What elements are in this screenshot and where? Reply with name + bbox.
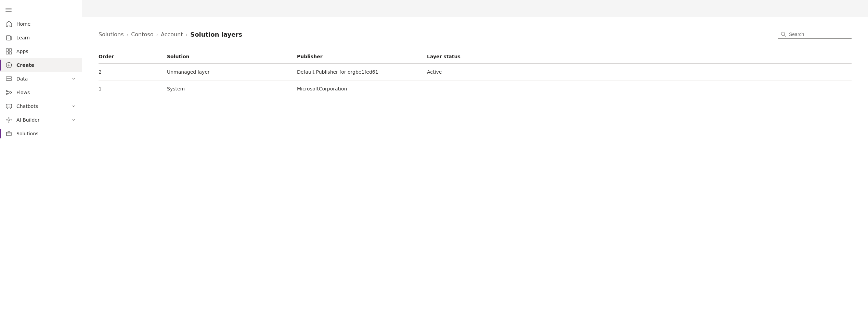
col-publisher: Publisher: [297, 50, 427, 64]
svg-rect-7: [9, 49, 12, 51]
sidebar-item-apps-label: Apps: [16, 49, 28, 54]
svg-point-23: [9, 117, 9, 118]
sidebar-item-learn-label: Learn: [16, 35, 30, 40]
sidebar-item-chatbots[interactable]: Chatbots: [0, 99, 82, 113]
sidebar-item-data-label: Data: [16, 76, 28, 82]
breadcrumb-contoso[interactable]: Contoso: [131, 31, 153, 38]
hamburger-menu[interactable]: [0, 3, 82, 16]
svg-rect-14: [6, 79, 12, 80]
svg-rect-13: [6, 77, 12, 78]
sidebar-item-home-label: Home: [16, 21, 30, 27]
svg-rect-9: [9, 52, 12, 54]
create-icon: [5, 62, 12, 69]
sidebar-item-ai-builder-label: AI Builder: [16, 117, 40, 123]
cell-solution: Unmanaged layer: [167, 64, 297, 81]
breadcrumb-solutions[interactable]: Solutions: [99, 31, 124, 38]
svg-point-20: [8, 106, 8, 107]
search-box[interactable]: [778, 30, 852, 39]
cell-solution: System: [167, 81, 297, 97]
cell-publisher: Default Publisher for orgbe1fed61: [297, 64, 427, 81]
cell-layer-status: Active: [427, 64, 852, 81]
cell-order: 2: [99, 64, 167, 81]
flows-icon: [5, 89, 12, 96]
svg-point-24: [9, 122, 9, 123]
svg-point-33: [781, 32, 785, 36]
sidebar-item-solutions-label: Solutions: [16, 131, 38, 136]
svg-rect-0: [5, 8, 12, 9]
col-solution: Solution: [167, 50, 297, 64]
home-icon: [5, 21, 12, 27]
cell-layer-status: [427, 81, 852, 97]
svg-line-34: [785, 35, 786, 37]
chatbots-chevron-icon: [71, 103, 76, 109]
col-layer-status: Layer status: [427, 50, 852, 64]
search-input[interactable]: [789, 32, 849, 37]
breadcrumb-account[interactable]: Account: [161, 31, 183, 38]
main-content: Solutions › Contoso › Account › Solution…: [82, 0, 868, 309]
sidebar-item-ai-builder[interactable]: AI Builder: [0, 113, 82, 127]
breadcrumb-sep-3: ›: [186, 32, 188, 37]
search-icon: [781, 32, 786, 37]
solutions-icon: [5, 130, 12, 137]
svg-rect-19: [6, 104, 12, 108]
content-area: Solutions › Contoso › Account › Solution…: [82, 16, 868, 309]
svg-rect-8: [6, 52, 9, 54]
svg-point-25: [6, 120, 7, 120]
sidebar-nav: Home Learn: [0, 17, 82, 140]
breadcrumb-sep-1: ›: [127, 32, 129, 37]
breadcrumb-row: Solutions › Contoso › Account › Solution…: [99, 30, 852, 39]
svg-rect-1: [5, 10, 12, 10]
breadcrumb: Solutions › Contoso › Account › Solution…: [99, 31, 242, 38]
sidebar-item-apps[interactable]: Apps: [0, 45, 82, 58]
sidebar-item-create-label: Create: [16, 62, 34, 68]
ai-builder-chevron-icon: [71, 117, 76, 123]
table-body: 2Unmanaged layerDefault Publisher for or…: [99, 64, 852, 97]
cell-order: 1: [99, 81, 167, 97]
svg-rect-6: [6, 49, 9, 51]
data-icon: [5, 75, 12, 82]
table-row: 1SystemMicrosoftCorporation: [99, 81, 852, 97]
solution-layers-table: Order Solution Publisher Layer status 2U…: [99, 50, 852, 97]
svg-rect-2: [5, 12, 12, 12]
sidebar-item-solutions[interactable]: Solutions: [0, 127, 82, 140]
sidebar-item-learn[interactable]: Learn: [0, 31, 82, 45]
svg-point-16: [7, 90, 8, 92]
svg-point-18: [7, 94, 8, 95]
breadcrumb-current: Solution layers: [190, 31, 242, 38]
svg-point-22: [8, 119, 10, 121]
apps-icon: [5, 48, 12, 55]
sidebar: Home Learn: [0, 0, 82, 309]
learn-icon: [5, 34, 12, 41]
table-row: 2Unmanaged layerDefault Publisher for or…: [99, 64, 852, 81]
col-order: Order: [99, 50, 167, 64]
sidebar-item-flows-label: Flows: [16, 90, 30, 95]
sidebar-item-chatbots-label: Chatbots: [16, 103, 38, 109]
cell-publisher: MicrosoftCorporation: [297, 81, 427, 97]
svg-point-17: [10, 92, 12, 94]
table-header: Order Solution Publisher Layer status: [99, 50, 852, 64]
breadcrumb-sep-2: ›: [156, 32, 158, 37]
data-chevron-icon: [71, 76, 76, 82]
sidebar-item-home[interactable]: Home: [0, 17, 82, 31]
sidebar-item-create[interactable]: Create: [0, 58, 82, 72]
top-bar: [82, 0, 868, 16]
svg-point-21: [10, 106, 10, 107]
ai-builder-icon: [5, 116, 12, 123]
chatbots-icon: [5, 103, 12, 110]
sidebar-item-data[interactable]: Data: [0, 72, 82, 86]
sidebar-item-flows[interactable]: Flows: [0, 86, 82, 99]
svg-point-26: [11, 120, 12, 120]
